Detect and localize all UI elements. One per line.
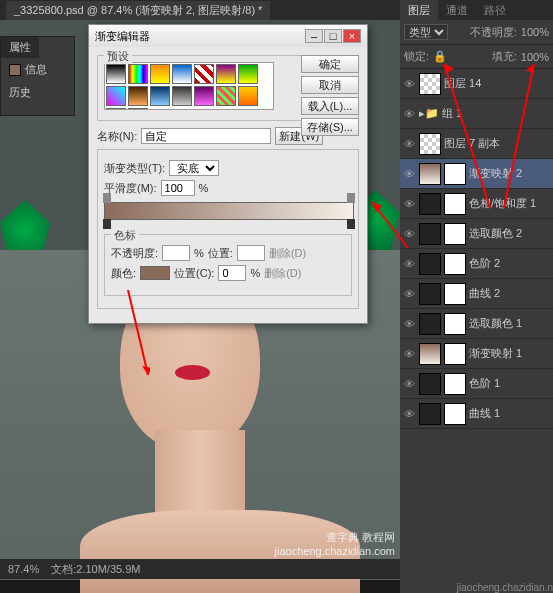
blend-mode-select[interactable]: 类型 xyxy=(404,24,448,40)
adj-thumb xyxy=(419,343,441,365)
opacity-stop[interactable] xyxy=(347,193,355,203)
tab-layers[interactable]: 图层 xyxy=(400,0,438,20)
mask-thumb xyxy=(444,193,466,215)
tab-channels[interactable]: 通道 xyxy=(438,0,476,20)
document-tab[interactable]: _3325800.psd @ 87.4% (渐变映射 2, 图层映射/8) * xyxy=(6,1,270,20)
mask-thumb xyxy=(444,283,466,305)
folder-icon: ▸📁 xyxy=(419,107,439,120)
layer-row[interactable]: 👁色阶 2 xyxy=(400,249,553,279)
layer-row[interactable]: 👁图层 14 xyxy=(400,69,553,99)
lock-icon[interactable]: 🔒 xyxy=(433,50,447,63)
presets-label: 预设 xyxy=(104,49,132,64)
color-swatch[interactable] xyxy=(140,266,170,280)
layer-name: 选取颜色 1 xyxy=(469,316,522,331)
layer-name: 选取颜色 2 xyxy=(469,226,522,241)
layer-name: 图层 14 xyxy=(444,76,481,91)
smooth-row: 平滑度(M): % xyxy=(104,180,352,196)
layer-row[interactable]: 👁渐变映射 1 xyxy=(400,339,553,369)
layer-row[interactable]: 👁色阶 1 xyxy=(400,369,553,399)
layer-row[interactable]: 👁选取颜色 1 xyxy=(400,309,553,339)
info-row[interactable]: 信息 xyxy=(1,58,74,81)
adj-thumb xyxy=(419,373,441,395)
opacity-row: 不透明度: % 位置: 删除(D) xyxy=(111,245,345,261)
visibility-icon[interactable]: 👁 xyxy=(404,108,416,120)
mask-thumb xyxy=(444,223,466,245)
visibility-icon[interactable]: 👁 xyxy=(404,228,416,240)
preset-grid[interactable] xyxy=(104,62,274,110)
maximize-button[interactable]: □ xyxy=(324,29,342,43)
layer-row[interactable]: 👁色相/饱和度 1 xyxy=(400,189,553,219)
load-button[interactable]: 载入(L)... xyxy=(301,97,359,115)
opacity-label: 不透明度: xyxy=(111,246,158,261)
doc-info: 文档:2.10M/35.9M xyxy=(51,562,140,577)
visibility-icon[interactable]: 👁 xyxy=(404,258,416,270)
gradient-section: 渐变类型(T): 实底 平滑度(M): % 色标 不透明度: % xyxy=(97,149,359,309)
layer-row[interactable]: 👁渐变映射 2 xyxy=(400,159,553,189)
layer-thumb xyxy=(419,73,441,95)
layer-name: 曲线 1 xyxy=(469,406,500,421)
visibility-icon[interactable]: 👁 xyxy=(404,288,416,300)
position-input[interactable] xyxy=(218,265,246,281)
dialog-body: 预设 确定 取消 载入(L)... 存储(S)... 名称(N): 新建(W) … xyxy=(89,47,367,323)
fill-value[interactable]: 100% xyxy=(521,51,549,63)
save-button[interactable]: 存储(S)... xyxy=(301,118,359,136)
tab-paths[interactable]: 路径 xyxy=(476,0,514,20)
opacity-stop[interactable] xyxy=(103,193,111,203)
window-buttons: – □ × xyxy=(305,29,361,43)
visibility-icon[interactable]: 👁 xyxy=(404,348,416,360)
adj-thumb xyxy=(419,253,441,275)
visibility-icon[interactable]: 👁 xyxy=(404,378,416,390)
history-row[interactable]: 历史 xyxy=(1,81,74,104)
color-row: 颜色: 位置(C): % 删除(D) xyxy=(111,265,345,281)
layer-row[interactable]: 👁曲线 2 xyxy=(400,279,553,309)
color-stop[interactable] xyxy=(347,219,355,229)
unit: % xyxy=(199,182,209,194)
properties-tab[interactable]: 属性 xyxy=(1,37,39,58)
layer-controls: 类型 不透明度: 100% xyxy=(400,20,553,45)
layer-row[interactable]: 👁选取颜色 2 xyxy=(400,219,553,249)
pos-label: 位置(C): xyxy=(174,266,214,281)
zoom-level[interactable]: 87.4% xyxy=(8,563,39,575)
layer-controls-2: 锁定: 🔒 填充: 100% xyxy=(400,45,553,69)
visibility-icon[interactable]: 👁 xyxy=(404,78,416,90)
visibility-icon[interactable]: 👁 xyxy=(404,138,416,150)
ok-button[interactable]: 确定 xyxy=(301,55,359,73)
delete-link[interactable]: 删除(D) xyxy=(269,246,306,261)
visibility-icon[interactable]: 👁 xyxy=(404,408,416,420)
wm-line2: jiaocheng.chazidian.com xyxy=(275,545,395,557)
visibility-icon[interactable]: 👁 xyxy=(404,198,416,210)
pos-label: 位置: xyxy=(208,246,233,261)
type-select[interactable]: 实底 xyxy=(169,160,219,176)
stops-section: 色标 不透明度: % 位置: 删除(D) 颜色: 位置(C): % 删除(D) xyxy=(104,234,352,296)
mask-thumb xyxy=(444,253,466,275)
mask-thumb xyxy=(444,313,466,335)
layer-row[interactable]: 👁图层 7 副本 xyxy=(400,129,553,159)
dialog-titlebar[interactable]: 渐变编辑器 – □ × xyxy=(89,25,367,47)
unit: % xyxy=(250,267,260,279)
mask-thumb xyxy=(444,163,466,185)
color-stop[interactable] xyxy=(103,219,111,229)
adj-thumb xyxy=(419,163,441,185)
opacity-value[interactable]: 100% xyxy=(521,26,549,38)
stops-label: 色标 xyxy=(111,228,139,243)
dialog-title: 渐变编辑器 xyxy=(95,29,150,44)
position-input[interactable] xyxy=(237,245,265,261)
smooth-input[interactable] xyxy=(161,180,195,196)
cancel-button[interactable]: 取消 xyxy=(301,76,359,94)
fill-label: 填充: xyxy=(492,49,517,64)
delete-link[interactable]: 删除(D) xyxy=(264,266,301,281)
opacity-input[interactable] xyxy=(162,245,190,261)
watermark: 查字典 教程网 jiaocheng.chazidian.com xyxy=(275,530,395,557)
footer-text: jiaocheng.chazidian.n xyxy=(457,582,553,593)
name-input[interactable] xyxy=(141,128,271,144)
visibility-icon[interactable]: 👁 xyxy=(404,168,416,180)
gradient-bar[interactable] xyxy=(104,202,354,220)
label: 信息 xyxy=(25,62,47,77)
minimize-button[interactable]: – xyxy=(305,29,323,43)
layer-row[interactable]: 👁▸📁组 1 xyxy=(400,99,553,129)
visibility-icon[interactable]: 👁 xyxy=(404,318,416,330)
layer-row[interactable]: 👁曲线 1 xyxy=(400,399,553,429)
close-button[interactable]: × xyxy=(343,29,361,43)
layer-name: 图层 7 副本 xyxy=(444,136,500,151)
gradient-editor-dialog: 渐变编辑器 – □ × 预设 确定 取消 载入(L)... 存储(S)... 名… xyxy=(88,24,368,324)
